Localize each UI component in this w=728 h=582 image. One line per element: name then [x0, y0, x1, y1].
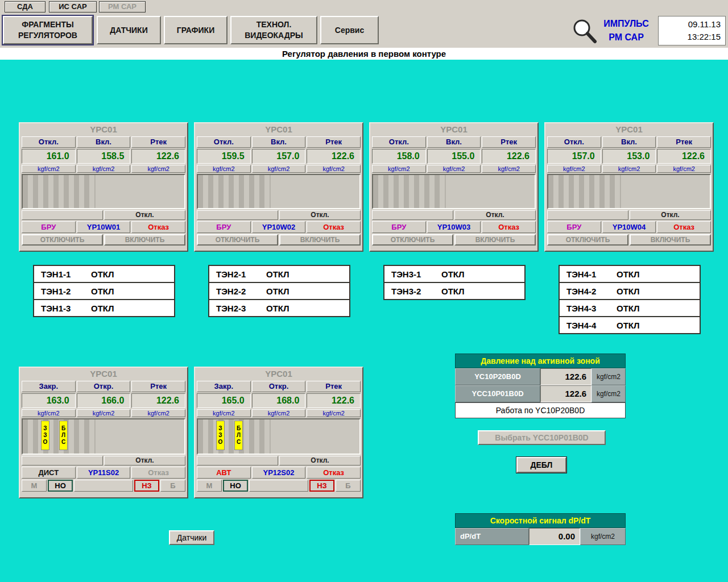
value-off: 159.5: [197, 149, 251, 164]
mode-label-avt: АВТ: [197, 467, 251, 479]
limit-spacer: [249, 480, 308, 492]
value-ptek: 122.6: [307, 149, 361, 164]
panel-title: YPC01: [372, 124, 536, 135]
unit-label: kgf/cm2: [131, 409, 185, 417]
value-open: 168.0: [252, 393, 306, 408]
switch-off-button[interactable]: ОТКЛЮЧИТЬ: [372, 234, 453, 246]
ten-group-1: ТЭН1-1ОТКЛ ТЭН1-2ОТКЛ ТЭН1-3ОТКЛ: [33, 265, 175, 317]
switch-on-button[interactable]: ВКЛЮЧИТЬ: [104, 234, 185, 246]
menu-service[interactable]: Сервис: [320, 16, 379, 44]
value-on: 158.5: [77, 149, 131, 164]
switch-on-button[interactable]: ВКЛЮЧИТЬ: [454, 234, 536, 246]
speed-signal-title: Скоростной сигнал dP/dT: [455, 513, 626, 528]
panel-title: YPC01: [197, 368, 361, 380]
sensors-button[interactable]: Датчики: [169, 530, 214, 545]
sensor-value: 122.6: [540, 368, 592, 385]
pressure-scale-gauge: ЗЗО БЛС: [22, 418, 185, 455]
value-on: 155.0: [427, 149, 481, 164]
dpdt-tag: dP/dT: [455, 528, 529, 545]
ten-status-row: ТЭН1-3ОТКЛ: [33, 299, 175, 317]
date-label: 09.11.13: [663, 18, 721, 31]
switch-off-button[interactable]: ОТКЛЮЧИТЬ: [22, 234, 103, 246]
value-ptek: 122.6: [482, 149, 536, 164]
ten-status-row: ТЭН1-1ОТКЛ: [33, 265, 175, 283]
ten-status-row: ТЭН1-2ОТКЛ: [33, 282, 175, 300]
switch-off-button[interactable]: ОТКЛЮЧИТЬ: [197, 234, 278, 246]
alarm-label: Отказ: [307, 221, 361, 233]
status-cell-empty: [197, 456, 278, 465]
device-tag: YP11S02: [77, 467, 131, 479]
brand-logo: ИМПУЛЬС РМ САР: [596, 17, 656, 44]
unit-label: kgf/cm2: [131, 165, 185, 173]
mode-label-bru: БРУ: [197, 221, 251, 233]
menu-fragments-regulators[interactable]: ФРАГМЕНТЫ РЕГУЛЯТОРОВ: [3, 16, 93, 44]
menu-tech-videoframes[interactable]: ТЕХНОЛ. ВИДЕОКАДРЫ: [230, 16, 317, 44]
limit-b-indicator: Б: [336, 480, 361, 492]
ten-status-row: ТЭН3-2ОТКЛ: [383, 282, 526, 300]
limit-no-indicator: НО: [48, 480, 73, 492]
col-header-on: Вкл.: [427, 136, 481, 148]
col-header-ptek: Ртек: [131, 136, 185, 148]
brand-line1: ИМПУЛЬС: [596, 17, 656, 31]
magnifier-icon[interactable]: [571, 17, 597, 44]
status-cell-empty: [547, 210, 628, 220]
select-sensor-button[interactable]: Выбрать YCC10P01B0D: [478, 430, 606, 445]
unit-label: kgf/cm2: [372, 165, 426, 173]
ten-status-row: ТЭН4-4ОТКЛ: [559, 316, 701, 334]
col-header-off: Откл.: [372, 136, 426, 148]
switch-off-button[interactable]: ОТКЛЮЧИТЬ: [547, 234, 628, 246]
sensor-tag: YCC10P01B0D: [455, 385, 540, 402]
value-on: 157.0: [252, 149, 306, 164]
alarm-label: Отказ: [657, 221, 711, 233]
pressure-scale-gauge: ЗЗО БЛС: [197, 418, 361, 455]
col-header-closed: Закр.: [22, 381, 76, 392]
menu-graphs[interactable]: ГРАФИКИ: [164, 16, 228, 44]
value-off: 161.0: [22, 149, 76, 164]
col-header-on: Вкл.: [77, 136, 131, 148]
pressure-scale-gauge: [547, 174, 711, 209]
debl-button[interactable]: ДЕБЛ: [516, 457, 566, 473]
value-closed: 163.0: [22, 393, 76, 408]
col-header-ptek: Ртек: [482, 136, 536, 148]
bls-mark: БЛС: [234, 421, 243, 450]
page-title: Регулятор давления в первом контуре: [0, 48, 728, 60]
switch-on-button[interactable]: ВКЛЮЧИТЬ: [279, 234, 361, 246]
value-ptek: 122.6: [131, 393, 185, 408]
datetime-box: 09.11.13 13:22:15: [658, 16, 726, 45]
ten-status-row: ТЭН2-1ОТКЛ: [208, 265, 350, 283]
value-ptek: 122.6: [657, 149, 711, 164]
col-header-ptek: Ртек: [657, 136, 711, 148]
ten-group-3: ТЭН3-1ОТКЛ ТЭН3-2ОТКЛ: [383, 265, 526, 300]
pressure-scale-gauge: [22, 174, 185, 209]
speed-signal-panel: Скоростной сигнал dP/dT dP/dT 0.00 kgf/c…: [455, 513, 626, 545]
tab-rm-sar[interactable]: РМ САР: [99, 1, 146, 13]
value-off: 157.0: [547, 149, 601, 164]
brand-line2: РМ САР: [596, 31, 656, 44]
device-tag: YP10W01: [77, 221, 131, 233]
value-open: 166.0: [77, 393, 131, 408]
panel-title: YPC01: [547, 124, 711, 135]
menu-sensors[interactable]: ДАТЧИКИ: [97, 16, 161, 44]
unit-label: kgf/cm2: [197, 165, 251, 173]
limit-m-indicator: М: [22, 480, 47, 492]
col-header-ptek: Ртек: [131, 381, 185, 392]
unit-label: kgf/cm2: [307, 165, 361, 173]
zzo-mark: ЗЗО: [41, 421, 49, 450]
core-pressure-panel: Давление над активной зоной YC10P20B0D 1…: [455, 354, 626, 418]
ten-status-row: ТЭН4-3ОТКЛ: [559, 299, 701, 317]
status-cell-state: Откл.: [279, 456, 361, 465]
status-cell-empty: [22, 456, 103, 465]
col-header-on: Вкл.: [602, 136, 656, 148]
alarm-label: Отказ: [307, 467, 361, 479]
switch-on-button[interactable]: ВКЛЮЧИТЬ: [630, 234, 711, 246]
valve-panel-3: YPC01 Откл. Вкл. Ртек 158.0 155.0 122.6 …: [369, 122, 539, 252]
limit-b-indicator: Б: [160, 480, 185, 492]
limit-nz-indicator: НЗ: [134, 480, 159, 492]
unit-label: kgf/cm2: [77, 165, 131, 173]
tab-sda[interactable]: СДА: [5, 1, 46, 13]
unit-label: kgf/cm2: [307, 409, 361, 417]
tab-is-sar[interactable]: ИС САР: [49, 1, 97, 13]
col-header-closed: Закр.: [197, 381, 251, 392]
value-off: 158.0: [372, 149, 426, 164]
bls-mark: БЛС: [59, 421, 68, 450]
